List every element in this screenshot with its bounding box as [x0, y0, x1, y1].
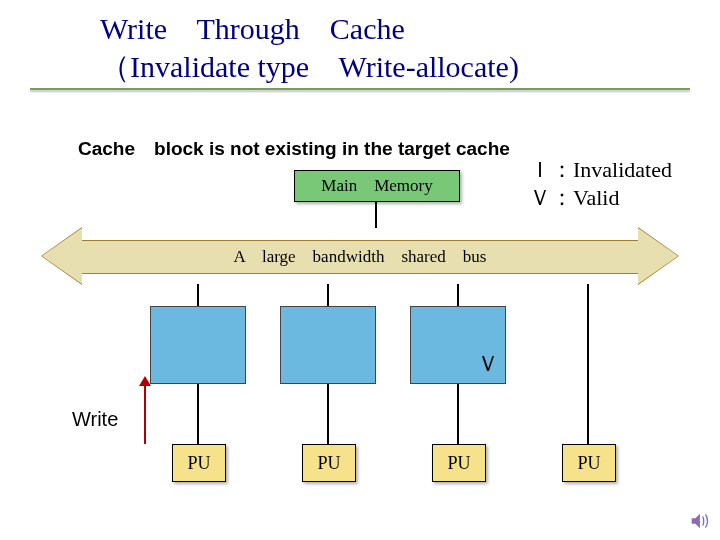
- bus-label: A large bandwidth shared bus: [82, 240, 638, 274]
- bus-arrow-right: [638, 228, 678, 284]
- pu-2: PU: [302, 444, 356, 482]
- title-line-1: Write Through Cache: [100, 12, 405, 45]
- cache-2: [280, 306, 376, 384]
- write-arrow-icon: [144, 386, 146, 444]
- page-title: Write Through Cache （Invalidate type Wri…: [100, 10, 519, 85]
- main-memory-box: Main Memory: [294, 170, 460, 202]
- cache-1: [150, 306, 246, 384]
- pu-4: PU: [562, 444, 616, 482]
- cache-3-bus-connector: [457, 284, 459, 306]
- cache-2-pu-connector: [327, 384, 329, 444]
- cache-3-state: Ｖ: [477, 349, 499, 379]
- subtitle: Cache block is not existing in the targe…: [78, 138, 510, 160]
- legend: Ｉ：Invalidated Ｖ：Valid: [529, 156, 672, 211]
- bus-arrow-left: [42, 228, 82, 284]
- main-memory-connector: [375, 201, 377, 228]
- cache-3-pu-connector: [457, 384, 459, 444]
- cache-1-bus-connector: [197, 284, 199, 306]
- cache-3: Ｖ: [410, 306, 506, 384]
- cache-1-pu-connector: [197, 384, 199, 444]
- pu-4-bus-connector: [587, 284, 589, 444]
- legend-invalidated: Ｉ：Invalidated: [529, 157, 672, 182]
- speaker-icon: [688, 510, 710, 532]
- legend-valid: Ｖ：Valid: [529, 185, 619, 210]
- write-label: Write: [72, 408, 118, 431]
- cache-2-bus-connector: [327, 284, 329, 306]
- title-underline: [30, 88, 690, 90]
- pu-3: PU: [432, 444, 486, 482]
- shared-bus-arrow: A large bandwidth shared bus: [42, 228, 678, 284]
- title-line-2: （Invalidate type Write-allocate): [100, 50, 519, 83]
- pu-1: PU: [172, 444, 226, 482]
